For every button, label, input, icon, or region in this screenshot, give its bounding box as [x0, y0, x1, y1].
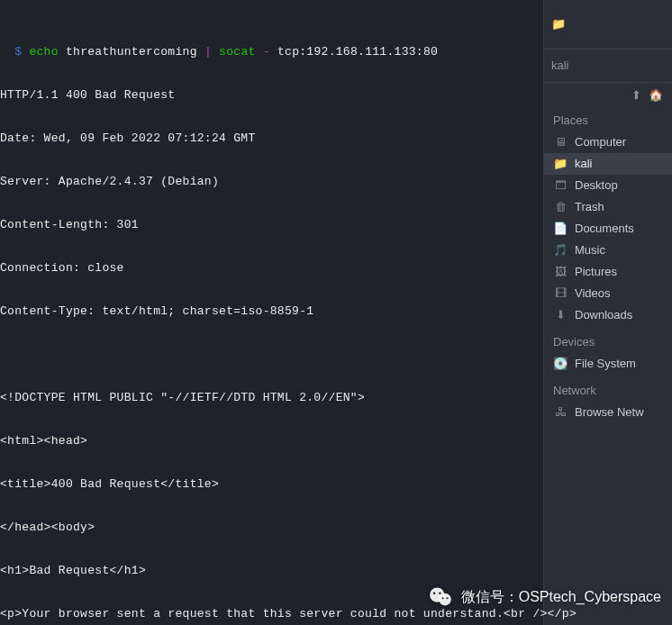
cmd-bin: echo — [29, 45, 58, 59]
output-line: </head><body> — [0, 521, 672, 535]
svg-point-3 — [439, 592, 441, 594]
output-line: <h1>Bad Request</h1> — [0, 564, 672, 578]
output-line: <title>400 Bad Request</title> — [0, 477, 672, 492]
svg-point-4 — [441, 597, 443, 599]
terminal-output[interactable]: $ echo threathuntercoming | socat - tcp:… — [0, 2, 672, 625]
output-line: Content-Length: 301 — [0, 218, 672, 232]
output-line — [0, 348, 672, 362]
svg-point-2 — [433, 592, 436, 594]
cmd-addr: tcp:192.168.111.133:80 — [277, 45, 438, 59]
output-line: Date: Wed, 09 Feb 2022 07:12:24 GMT — [0, 131, 672, 146]
output-line: Server: Apache/2.4.37 (Debian) — [0, 175, 672, 189]
output-line: HTTP/1.1 400 Bad Request — [0, 88, 672, 103]
pipe-operator: | — [204, 45, 212, 59]
cmd-arg: threathuntercoming — [66, 45, 197, 59]
cmd-bin2: socat — [219, 45, 256, 59]
wechat-watermark: 微信号：OSPtech_Cyberspace — [427, 584, 661, 611]
output-line: <html><head> — [0, 434, 672, 448]
output-line: <!DOCTYPE HTML PUBLIC "-//IETF//DTD HTML… — [0, 391, 672, 405]
svg-point-1 — [439, 593, 451, 606]
output-line: Content-Type: text/html; charset=iso-885… — [0, 304, 672, 319]
output-line: Connection: close — [0, 261, 672, 276]
cmd-dash: - — [263, 45, 270, 59]
watermark-text: 微信号：OSPtech_Cyberspace — [461, 590, 661, 604]
svg-point-5 — [446, 597, 448, 599]
prompt-line: $ echo threathuntercoming | socat - tcp:… — [0, 45, 672, 59]
wechat-icon — [427, 584, 454, 611]
